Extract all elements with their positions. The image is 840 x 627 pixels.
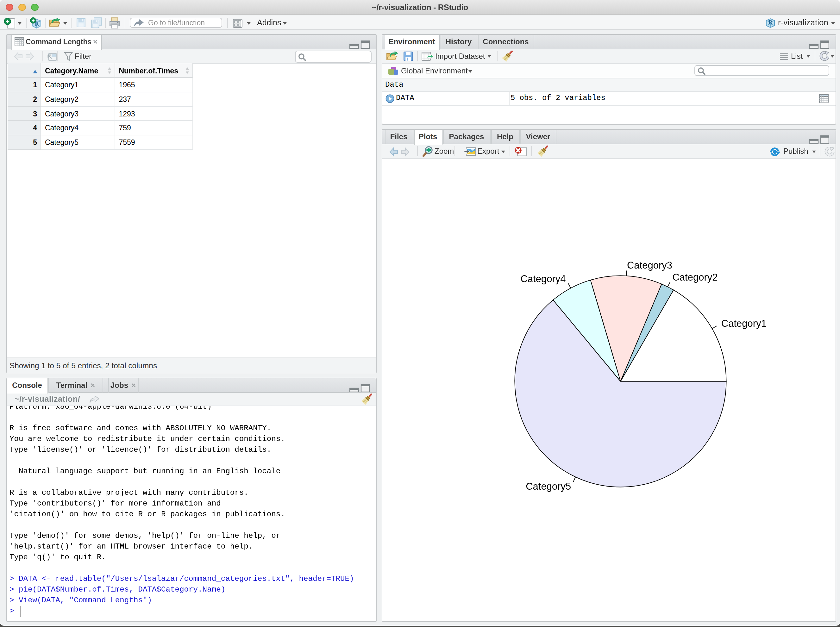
svg-text:R: R bbox=[769, 19, 773, 26]
svg-text:Category3: Category3 bbox=[627, 260, 672, 271]
svg-text:Category1: Category1 bbox=[721, 318, 766, 329]
svg-text:Category2: Category2 bbox=[672, 272, 717, 283]
svg-text:Category4: Category4 bbox=[520, 273, 565, 284]
svg-text:Category5: Category5 bbox=[526, 481, 571, 492]
